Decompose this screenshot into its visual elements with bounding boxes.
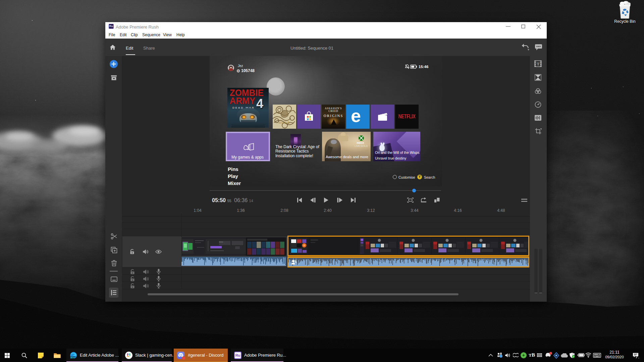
svg-text:T: T [537,62,539,66]
svg-text:LIVE GOLD: LIVE GOLD [355,144,368,147]
svg-text:XBOX: XBOX [357,141,364,144]
svg-text:Sea Salt: Sea Salt [278,121,289,124]
svg-text:BETA: BETA [70,357,75,359]
